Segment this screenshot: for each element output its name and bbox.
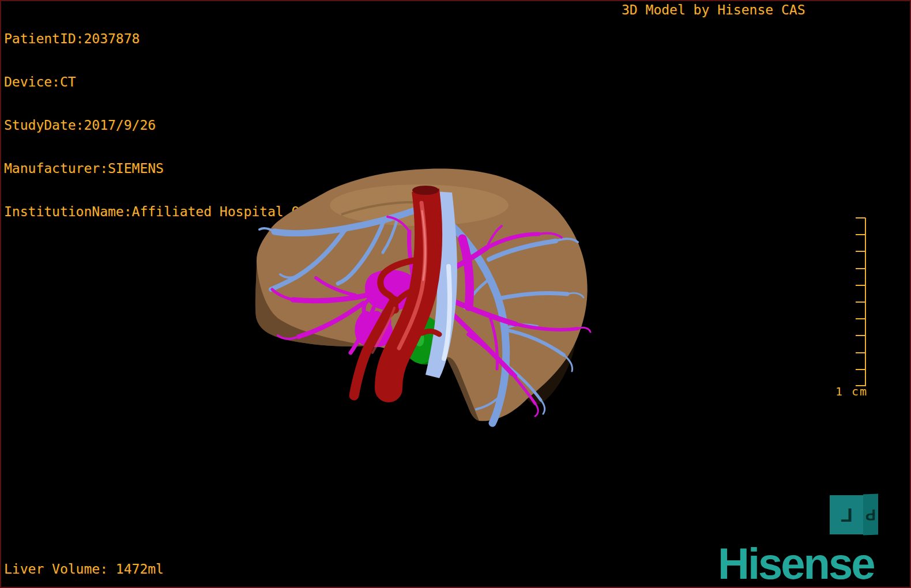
orientation-letter-posterior: P bbox=[865, 507, 876, 523]
model-credit-label: 3D Model by Hisense CAS bbox=[622, 3, 805, 17]
scale-ruler-tick bbox=[856, 301, 865, 303]
hisense-logo: Hisense bbox=[718, 542, 874, 586]
orientation-cube-front-face: L bbox=[830, 495, 863, 534]
scale-ruler-tick bbox=[856, 318, 865, 319]
cas-3d-viewer-window: PatientID:2037878 Device:CT StudyDate:20… bbox=[0, 0, 911, 588]
scale-ruler-tick bbox=[856, 268, 865, 269]
scale-ruler-tick bbox=[856, 335, 865, 336]
orientation-cube[interactable]: L P bbox=[830, 494, 879, 536]
scale-ruler-line bbox=[865, 218, 866, 386]
scale-ruler-tick bbox=[856, 385, 865, 386]
liver-volume-readout: Liver Volume: 1472ml bbox=[4, 562, 164, 576]
scale-ruler-tick bbox=[856, 217, 865, 218]
orientation-letter-left: L bbox=[841, 505, 853, 525]
scale-ruler-tick bbox=[856, 285, 865, 286]
scale-ruler-tick bbox=[856, 352, 865, 353]
scale-ruler-tick bbox=[856, 251, 865, 252]
scale-ruler-label: 1 cm bbox=[831, 385, 872, 398]
patient-id-line: PatientID:2037878 bbox=[4, 32, 451, 46]
3d-viewport[interactable] bbox=[249, 163, 595, 428]
scale-ruler-tick bbox=[856, 369, 865, 370]
scale-ruler-tick bbox=[856, 234, 865, 235]
device-line: Device:CT bbox=[4, 75, 451, 89]
orientation-cube-side-face: P bbox=[863, 494, 878, 536]
study-date-line: StudyDate:2017/9/26 bbox=[4, 118, 451, 133]
